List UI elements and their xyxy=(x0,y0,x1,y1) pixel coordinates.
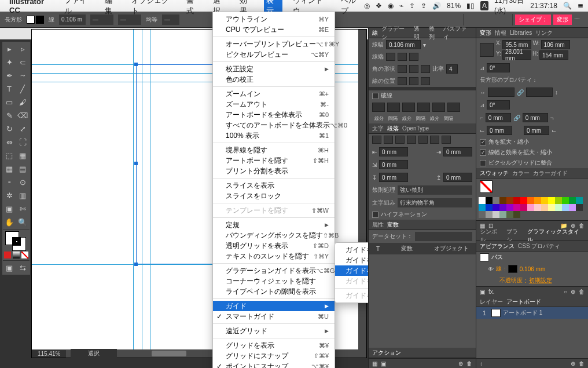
swatch[interactable] xyxy=(520,197,527,204)
para-align-icon[interactable] xyxy=(372,136,381,144)
color-mode-icon[interactable] xyxy=(4,252,11,258)
none-mode-icon[interactable] xyxy=(21,252,28,258)
view-menu-item[interactable]: アートボードを隠す⇧⌘H xyxy=(213,155,335,166)
stroke-weight-field[interactable]: 0.106 m xyxy=(59,14,86,25)
footer-icon[interactable]: 🗑 xyxy=(579,360,585,367)
fill-stroke-widget[interactable] xyxy=(3,230,30,250)
type-tool[interactable]: T xyxy=(3,82,16,95)
stroke-panel-tabs[interactable]: 線 グラデーシ 透明 整列 パスファイ xyxy=(369,28,476,38)
direct-selection-tool[interactable]: ▹ xyxy=(16,42,29,55)
vp-field[interactable]: — xyxy=(90,14,113,25)
view-menu-item[interactable]: バウンディングボックスを隠す⇧⌘B xyxy=(213,230,335,241)
swatch[interactable] xyxy=(555,204,562,211)
swatch[interactable] xyxy=(534,204,541,211)
spotlight-icon[interactable]: 🔍 xyxy=(563,2,572,10)
menu-help[interactable]: ヘルプ xyxy=(339,0,364,17)
swatch[interactable] xyxy=(486,211,493,218)
link-icon[interactable]: 🔗 xyxy=(517,89,524,96)
selection-tool[interactable]: ▸ xyxy=(3,42,16,55)
free-transform-tool[interactable]: ⛶ xyxy=(16,136,29,148)
panel-footer[interactable]: ▦▣⊕🗑 xyxy=(369,358,476,368)
stroke-swatch[interactable] xyxy=(36,16,44,24)
view-menu-item[interactable]: アートボードを全体表示⌘0 xyxy=(213,110,335,120)
align-icon[interactable] xyxy=(428,15,438,24)
view-menu-item[interactable]: コーナーウィジェットを隠す xyxy=(213,276,335,286)
footer-icon[interactable]: ▣ xyxy=(381,360,386,367)
swatch[interactable] xyxy=(513,204,520,211)
swatch[interactable] xyxy=(548,204,555,211)
align-icon[interactable] xyxy=(394,15,403,24)
corner-icon[interactable]: ⌐ xyxy=(480,115,483,121)
view-menu-item[interactable]: すべてのアートボードを全体表示⌥⌘0 xyxy=(213,120,335,130)
line-tool[interactable]: ╱ xyxy=(16,82,29,95)
status-tool[interactable]: 選択 xyxy=(71,349,117,358)
rotate-tool[interactable]: ↻ xyxy=(3,122,16,135)
footer-icon[interactable]: 🗑 xyxy=(579,289,585,295)
battery-pct[interactable]: 81% xyxy=(447,2,461,10)
footer-icon[interactable]: ↕ xyxy=(480,360,483,367)
eye-icon[interactable]: 👁 xyxy=(488,266,494,272)
zoom-field[interactable]: 115.41% xyxy=(32,350,66,358)
swatch[interactable] xyxy=(506,197,513,204)
zoom-tool[interactable]: 🔍 xyxy=(16,216,29,228)
join-icon[interactable] xyxy=(421,65,430,73)
brush-field[interactable]: — xyxy=(118,14,141,25)
swatch[interactable] xyxy=(486,197,493,204)
footer-icon[interactable]: ⊕ xyxy=(458,360,463,367)
view-menu-item[interactable]: ガイド xyxy=(213,301,335,311)
time[interactable]: 21:37:18 xyxy=(530,2,557,10)
swatch[interactable] xyxy=(569,197,576,204)
swatch[interactable] xyxy=(541,204,548,211)
transform-panel-tabs[interactable]: 変形情報Librariesリンク xyxy=(476,28,588,38)
footer-icon[interactable]: ▦ xyxy=(372,360,377,367)
view-menu-item[interactable]: プリント分割を表示 xyxy=(213,166,335,176)
view-menu-item[interactable]: 透明グリッドを表示⇧⌘D xyxy=(213,241,335,251)
swatch[interactable] xyxy=(520,204,527,211)
user-icon[interactable]: A xyxy=(480,1,488,10)
gradient-tool[interactable]: ▤ xyxy=(16,162,29,175)
volume-icon[interactable]: 🔊 xyxy=(432,2,441,10)
menubar-icon[interactable]: ❖ xyxy=(376,2,382,10)
menubar-icon[interactable]: ◉ xyxy=(388,2,394,10)
align-icon[interactable] xyxy=(382,15,391,24)
blend-tool[interactable]: ⊙ xyxy=(16,176,29,188)
perspective-tool[interactable]: ▦ xyxy=(16,149,29,162)
swatch[interactable] xyxy=(513,197,520,204)
view-menu-item[interactable]: オーバープリントプレビュー⌥⇧⌘Y xyxy=(213,39,335,49)
scale-tool[interactable]: ⤢ xyxy=(16,122,29,135)
graph-tool[interactable]: ▥ xyxy=(16,189,29,202)
app-name[interactable]: Illustrator CC xyxy=(9,0,55,14)
swatch[interactable] xyxy=(555,197,562,204)
swatch[interactable] xyxy=(569,204,576,211)
swatch[interactable] xyxy=(548,197,555,204)
footer-icon[interactable]: 🗑 xyxy=(466,360,472,367)
mojikumi-select[interactable]: 行末約物半角 xyxy=(398,198,472,207)
view-menu-item[interactable]: ピクセルプレビュー⌥⌘Y xyxy=(213,49,335,60)
view-menu-item[interactable]: 校正設定 xyxy=(213,64,335,74)
link-icon[interactable]: 🔗 xyxy=(513,115,520,121)
swatch[interactable] xyxy=(479,204,486,211)
swatch[interactable] xyxy=(499,197,506,204)
mesh-tool[interactable]: ▦ xyxy=(3,162,16,175)
layer-panel-tabs[interactable]: レイヤーアートボード xyxy=(476,297,588,307)
battery-icon[interactable]: ▮▯ xyxy=(466,2,475,10)
view-menu-item[interactable]: スライスを表示 xyxy=(213,180,335,191)
menubar-icon[interactable]: ⇪ xyxy=(409,2,415,10)
symbol-panel-tabs[interactable]: シンボルブラシグラフィックスタイル xyxy=(476,231,588,241)
view-menu-item[interactable]: スライスをロック xyxy=(213,191,335,201)
view-menu-item[interactable]: 100% 表示⌘1 xyxy=(213,130,335,141)
kinsoku-select[interactable]: 強い禁則 xyxy=(398,185,472,195)
menu-type[interactable]: 書式 xyxy=(184,0,203,17)
magic-wand-tool[interactable]: ✦ xyxy=(3,56,16,68)
eraser-tool[interactable]: ⌫ xyxy=(16,109,29,122)
notifications-icon[interactable]: ≣ xyxy=(578,2,583,10)
footer-icon[interactable]: ⊕ xyxy=(571,289,575,295)
swatch[interactable] xyxy=(576,197,583,204)
hand-tool[interactable]: ✋ xyxy=(3,216,16,228)
view-menu-item[interactable]: グリッドにスナップ⇧⌘¥ xyxy=(213,351,335,361)
swatch[interactable] xyxy=(576,204,583,211)
view-menu-item[interactable]: 境界線を隠す⌘H xyxy=(213,145,335,155)
dash-field[interactable]: — xyxy=(162,14,179,25)
swatch[interactable] xyxy=(479,197,486,204)
cap-icon[interactable] xyxy=(409,53,418,61)
